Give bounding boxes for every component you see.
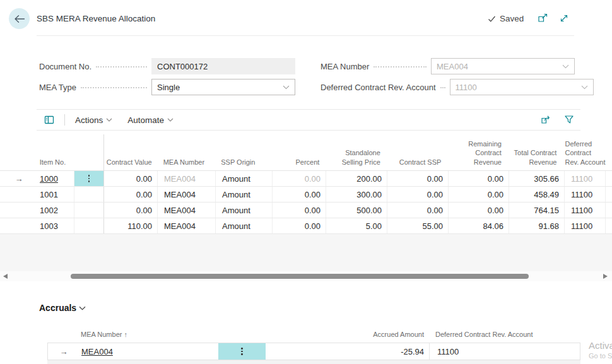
share-icon[interactable] xyxy=(541,115,551,125)
col-header-deferred-account[interactable]: Deferred Contract Rev. Account xyxy=(562,139,606,167)
check-icon xyxy=(488,15,496,23)
remaining-contract-revenue-cell[interactable]: 84.06 xyxy=(449,218,509,233)
row-options-button[interactable] xyxy=(218,343,266,360)
col-header-percent[interactable]: Percent xyxy=(271,158,325,167)
contract-value-cell[interactable]: 0.00 xyxy=(104,203,158,218)
contract-value-cell[interactable]: 0.00 xyxy=(104,187,158,202)
row-options-button[interactable] xyxy=(74,203,104,218)
mea-number-select[interactable]: MEA004 xyxy=(431,58,575,74)
document-no-label: Document No. xyxy=(39,62,91,71)
percent-cell[interactable]: 0.00 xyxy=(273,218,326,233)
item-no-link[interactable]: 1003 xyxy=(40,221,58,231)
remaining-contract-revenue-cell[interactable]: 0.00 xyxy=(449,171,509,186)
list-options-icon[interactable] xyxy=(44,115,54,125)
col-header-total-contract-revenue[interactable]: Total Contract Revenue xyxy=(507,148,562,167)
standalone-selling-price-cell[interactable]: 500.00 xyxy=(326,203,387,218)
document-no-value: CONT000172 xyxy=(157,62,208,71)
item-no-link[interactable]: 1002 xyxy=(40,206,58,215)
ssp-origin-cell[interactable]: Amount xyxy=(216,203,273,218)
item-no-link[interactable]: 1001 xyxy=(40,190,58,199)
mea-number-cell[interactable]: MEA004 xyxy=(158,203,216,218)
field-deferred-account: Deferred Contract Rev. Account 11100 xyxy=(321,79,575,95)
watermark-line1: Activa xyxy=(589,340,612,351)
mea-number-cell[interactable]: MEA004 xyxy=(158,171,216,186)
page-title: SBS MERA Revenue Allocation xyxy=(37,14,155,23)
back-button[interactable] xyxy=(9,8,30,29)
field-mea-number: MEA Number MEA004 xyxy=(321,58,575,74)
accruals-col-header-mea-number[interactable]: MEA Number ↑ xyxy=(81,331,127,338)
item-no-cell[interactable]: 1001 xyxy=(38,187,74,202)
chevron-down-icon xyxy=(581,85,588,90)
contract-ssp-cell[interactable]: 0.00 xyxy=(387,187,449,202)
row-indicator-empty xyxy=(0,187,38,202)
col-header-ssp-origin[interactable]: SSP Origin xyxy=(215,158,271,167)
item-no-cell[interactable]: 1003 xyxy=(38,218,74,233)
col-header-remaining-contract-revenue[interactable]: Remaining Contract Revenue xyxy=(446,139,507,167)
col-header-item-no[interactable]: Item No. xyxy=(38,158,74,167)
total-contract-revenue-cell[interactable]: 91.68 xyxy=(509,218,565,233)
contract-value-cell[interactable]: 0.00 xyxy=(104,171,158,186)
filter-icon[interactable] xyxy=(564,115,574,125)
document-no-input[interactable]: CONT000172 xyxy=(151,58,295,74)
col-header-standalone-selling-price[interactable]: Standalone Selling Price xyxy=(324,148,385,167)
percent-cell[interactable]: 0.00 xyxy=(273,187,326,202)
mea-type-value: Single xyxy=(157,83,180,92)
col-header-mea-number[interactable]: MEA Number xyxy=(157,158,215,167)
row-options-button[interactable] xyxy=(74,187,104,202)
deferred-account-select[interactable]: 11100 xyxy=(450,79,594,95)
standalone-selling-price-cell[interactable]: 200.00 xyxy=(326,171,387,186)
scrollbar-thumb[interactable] xyxy=(71,274,529,279)
accruals-mea-number-link[interactable]: MEA004 xyxy=(81,347,113,356)
horizontal-scrollbar[interactable] xyxy=(0,271,612,281)
item-no-link[interactable]: 1000 xyxy=(40,174,58,184)
standalone-selling-price-cell[interactable]: 300.00 xyxy=(326,187,387,202)
accruals-section-toggle[interactable]: Accruals xyxy=(39,303,86,313)
contract-ssp-cell[interactable]: 0.00 xyxy=(387,171,449,186)
contract-value-cell[interactable]: 110.00 xyxy=(104,218,158,233)
expand-icon[interactable] xyxy=(559,13,569,23)
col-header-contract-value[interactable]: Contract Value xyxy=(103,158,157,167)
col-header-contract-ssp[interactable]: Contract SSP xyxy=(385,158,447,167)
app-window: SBS MERA Revenue Allocation Saved Docume… xyxy=(0,0,612,364)
total-contract-revenue-cell[interactable]: 305.66 xyxy=(509,171,565,186)
accruals-col-header-accrued-amount[interactable]: Accrued Amount xyxy=(328,331,424,338)
accruals-col-header-deferred-account[interactable]: Deferred Contract Rev. Account xyxy=(435,331,533,338)
open-in-new-window-icon[interactable] xyxy=(538,13,548,23)
deferred-account-cell[interactable]: 11100 xyxy=(565,187,606,202)
total-contract-revenue-cell[interactable]: 764.15 xyxy=(509,203,565,218)
table-row: 1003 110.00 MEA004 Amount 0.00 5.00 55.0… xyxy=(0,218,612,234)
remaining-contract-revenue-cell[interactable]: 0.00 xyxy=(449,203,509,218)
ssp-origin-cell[interactable]: Amount xyxy=(216,187,273,202)
row-options-button[interactable] xyxy=(74,171,104,186)
automate-menu-label: Automate xyxy=(127,115,164,125)
accrued-amount-cell[interactable]: -25.94 xyxy=(266,343,430,360)
contract-ssp-cell[interactable]: 55.00 xyxy=(387,218,449,233)
deferred-account-cell[interactable]: 11100 xyxy=(565,218,606,233)
scroll-right-arrow-icon[interactable] xyxy=(603,274,608,279)
mea-number-cell[interactable]: MEA004 xyxy=(158,218,216,233)
actions-menu[interactable]: Actions xyxy=(75,115,112,125)
deferred-account-cell[interactable]: 11100 xyxy=(565,203,606,218)
standalone-selling-price-cell[interactable]: 5.00 xyxy=(326,218,387,233)
accruals-deferred-account-cell[interactable]: 11100 xyxy=(430,343,580,360)
mea-number-value: MEA004 xyxy=(437,62,468,71)
ssp-origin-cell[interactable]: Amount xyxy=(216,171,273,186)
contract-ssp-cell[interactable]: 0.00 xyxy=(387,203,449,218)
total-contract-revenue-cell[interactable]: 458.49 xyxy=(509,187,565,202)
mea-type-select[interactable]: Single xyxy=(151,79,295,95)
ssp-origin-cell[interactable]: Amount xyxy=(216,218,273,233)
automate-menu[interactable]: Automate xyxy=(127,115,174,125)
accruals-mea-number-cell[interactable]: MEA004 xyxy=(79,343,218,360)
remaining-contract-revenue-cell[interactable]: 0.00 xyxy=(449,187,509,202)
row-options-button[interactable] xyxy=(74,218,104,233)
percent-cell[interactable]: 0.00 xyxy=(273,171,326,186)
grid-header-row: Item No. Contract Value MEA Number SSP O… xyxy=(0,131,612,171)
dotted-leader xyxy=(96,66,147,68)
item-no-cell[interactable]: 1000 xyxy=(38,171,74,186)
item-no-cell[interactable]: 1002 xyxy=(38,203,74,218)
mea-number-cell[interactable]: MEA004 xyxy=(158,187,216,202)
percent-cell[interactable]: 0.00 xyxy=(273,203,326,218)
row-filler xyxy=(606,187,612,202)
scroll-left-arrow-icon[interactable] xyxy=(3,274,8,279)
deferred-account-cell[interactable]: 11100 xyxy=(565,171,606,186)
